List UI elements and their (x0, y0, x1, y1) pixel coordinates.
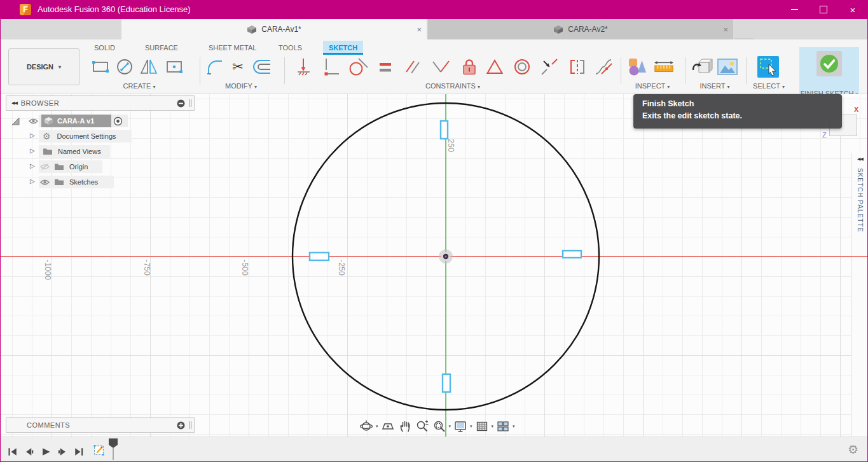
constraints-group-label[interactable]: CONSTRAINTS▾ (417, 82, 488, 90)
browser-row-sketches[interactable]: ▷ Sketches (6, 174, 195, 190)
constraint-collinear-button[interactable] (539, 56, 560, 78)
insert-image-button[interactable] (717, 56, 738, 78)
insert-group-label[interactable]: INSERT▾ (691, 82, 738, 90)
viewports-caret-icon[interactable]: ▾ (513, 424, 515, 429)
create-mirror-button[interactable] (138, 56, 160, 78)
document-tab-active[interactable]: CARA-Av1* × (121, 19, 427, 39)
pan-button[interactable] (397, 419, 413, 434)
browser-header[interactable]: ◀◀ BROWSER (6, 95, 195, 111)
close-button[interactable]: × (838, 0, 867, 19)
expand-arrow-icon[interactable]: ▷ (30, 147, 35, 154)
modify-fillet-button[interactable] (204, 56, 226, 78)
browser-resize-handle[interactable] (189, 99, 191, 107)
constraint-curvature-button[interactable] (593, 56, 614, 78)
modify-trim-button[interactable]: ✂ (227, 56, 249, 78)
create-group-label[interactable]: CREATE▾ (115, 82, 163, 90)
palette-expand-icon[interactable]: ◀◀ (851, 157, 868, 162)
display-settings-button[interactable] (453, 419, 468, 434)
browser-row-document-settings[interactable]: ▷ ⚙ Document Settings (6, 129, 195, 144)
timeline-go-to-end-button[interactable] (72, 445, 86, 459)
expand-arrow-icon[interactable]: ▷ (30, 162, 35, 169)
inspect-group-label[interactable]: INSPECT▾ (627, 82, 678, 90)
browser-row-origin[interactable]: ▷ Origin (6, 159, 195, 174)
comments-panel[interactable]: COMMENTS (6, 417, 195, 433)
tree-item-label: Origin (69, 162, 88, 172)
insert-caret-icon: ▾ (727, 84, 730, 90)
ribbon-tab-surface[interactable]: SURFACE (139, 41, 184, 55)
create-point-button[interactable] (163, 56, 185, 78)
finish-sketch-button[interactable]: FINISH SKETCH▾ (799, 47, 859, 94)
grid-settings-button[interactable] (474, 419, 490, 434)
viewports-button[interactable] (495, 419, 511, 434)
browser-row-named-views[interactable]: ▷ Named Views (6, 144, 195, 159)
minimize-button[interactable] (780, 0, 809, 19)
timeline-position-marker[interactable] (107, 438, 119, 461)
inspect-measure-button[interactable] (653, 56, 675, 78)
symmetry-constraint-icon (567, 57, 588, 77)
add-comment-icon[interactable] (177, 421, 185, 430)
root-selected-bg[interactable]: CARA-A v1 (41, 115, 111, 127)
timeline-sketch-feature[interactable] (92, 444, 106, 458)
root-expand-icon[interactable] (11, 116, 20, 126)
constraint-symmetry-button[interactable] (567, 56, 588, 78)
constraint-perpendicular-button[interactable] (430, 56, 451, 78)
curvature-constraint-icon (593, 57, 614, 77)
zoom-button[interactable] (415, 419, 430, 434)
ribbon-tab-solid[interactable]: SOLID (88, 41, 121, 55)
ribbon-tab-sketch[interactable]: SKETCH (323, 41, 363, 55)
select-button[interactable] (757, 56, 779, 78)
minimize-icon (791, 9, 798, 10)
zoom-window-icon (432, 419, 446, 433)
activate-component-radio-icon[interactable] (113, 116, 123, 126)
timeline-step-back-button[interactable] (22, 445, 36, 459)
browser-filter-icon[interactable] (177, 99, 185, 108)
browser-collapse-icon[interactable]: ◀◀ (11, 101, 17, 106)
modify-offset-button[interactable] (251, 56, 273, 78)
create-rectangle-button[interactable] (90, 56, 111, 78)
sketch-palette-label: SKETCH PALETTE (857, 168, 864, 263)
visibility-off-eye-icon[interactable] (40, 163, 50, 171)
viewports-icon (496, 419, 510, 433)
ribbon-tab-sheet-metal[interactable]: SHEET METAL (203, 41, 262, 55)
constraint-coincident-button[interactable] (293, 56, 315, 78)
constraint-equal-button[interactable] (375, 56, 396, 78)
document-tab-inactive[interactable]: CARA-Av2* × (427, 19, 733, 39)
constraint-horizontal-vertical-button[interactable] (320, 56, 342, 78)
expand-arrow-icon[interactable]: ▷ (30, 178, 35, 185)
comments-resize-handle[interactable] (189, 421, 191, 429)
orbit-button[interactable] (359, 419, 374, 434)
visibility-eye-icon[interactable] (29, 118, 38, 125)
constraint-midpoint-button[interactable] (484, 56, 506, 78)
timeline-step-forward-button[interactable] (55, 445, 69, 459)
look-at-button[interactable] (380, 419, 396, 434)
tab-close-icon[interactable]: × (417, 25, 422, 34)
browser-row-root[interactable]: CARA-A v1 (6, 113, 195, 129)
insert-derive-button[interactable] (691, 56, 713, 78)
constraint-parallel-button[interactable] (402, 56, 424, 78)
constraint-fix-button[interactable] (458, 56, 480, 78)
expand-arrow-icon[interactable]: ▷ (30, 132, 35, 139)
select-group-label[interactable]: SELECT▾ (746, 82, 792, 90)
display-caret-icon[interactable]: ▾ (470, 424, 472, 429)
modify-group-label[interactable]: MODIFY▾ (217, 82, 265, 90)
inspect-analysis-button[interactable] (626, 56, 648, 78)
tab-close-icon[interactable]: × (723, 25, 728, 34)
go-to-end-icon (72, 446, 85, 458)
fit-caret-icon[interactable]: ▾ (449, 424, 451, 429)
create-circle-button[interactable] (114, 56, 135, 78)
fit-button[interactable] (432, 419, 447, 434)
visibility-eye-icon[interactable] (40, 179, 50, 186)
sketch-palette-collapsed[interactable]: ◀◀ SKETCH PALETTE (851, 153, 868, 437)
timeline-settings-gear-icon[interactable]: ⚙ (848, 442, 858, 457)
grid-caret-icon[interactable]: ▾ (492, 424, 494, 429)
constraint-tangent-button[interactable] (347, 56, 369, 78)
orbit-caret-icon[interactable]: ▾ (376, 424, 378, 429)
maximize-button[interactable] (809, 0, 838, 19)
workspace-selector[interactable]: DESIGN ▾ (8, 48, 79, 85)
timeline-go-to-start-button[interactable] (6, 445, 20, 459)
constraint-concentric-button[interactable] (511, 56, 533, 78)
create-caret-icon: ▾ (153, 84, 155, 90)
ribbon-tab-tools[interactable]: TOOLS (273, 41, 308, 55)
ribbon-separator (685, 57, 685, 84)
timeline-play-button[interactable] (39, 445, 53, 459)
